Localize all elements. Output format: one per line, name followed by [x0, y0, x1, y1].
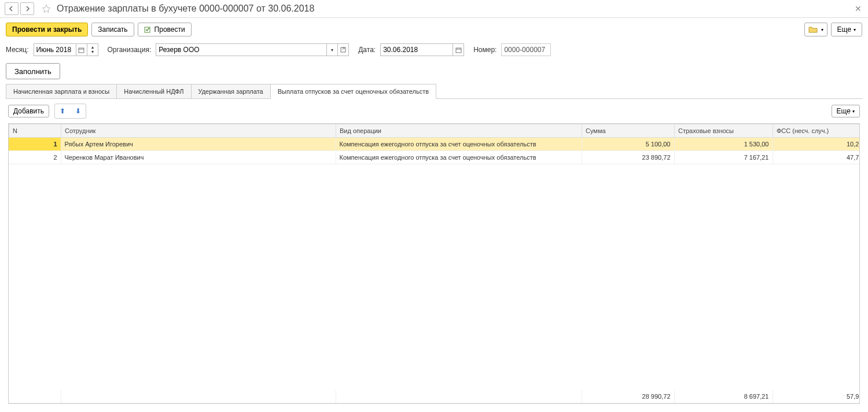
post-button[interactable]: Провести — [138, 23, 192, 36]
move-down-button[interactable]: ⬇ — [71, 105, 85, 117]
fill-button[interactable]: Заполнить — [6, 63, 60, 79]
star-icon — [42, 4, 51, 13]
arrow-up-icon: ⬆ — [60, 107, 65, 115]
col-header-insurance[interactable]: Страховые взносы — [675, 124, 773, 138]
svg-rect-3 — [341, 47, 345, 52]
cell-operation: Компенсация ежегодного отпуска за счет о… — [336, 138, 582, 151]
cell-operation: Компенсация ежегодного отпуска за счет о… — [336, 151, 582, 164]
table-more-button[interactable]: Еще ▾ — [832, 105, 860, 117]
cell-employee: Рябых Артем Игоревич — [61, 138, 336, 151]
org-dropdown-button[interactable]: ▾ — [326, 43, 338, 56]
org-input[interactable] — [156, 43, 327, 56]
chevron-down-icon: ▾ — [852, 109, 855, 114]
col-header-employee[interactable]: Сотрудник — [61, 124, 336, 138]
table-row[interactable]: 2 Черенков Марат Иванович Компенсация еж… — [9, 151, 859, 164]
arrow-right-icon — [24, 6, 30, 12]
cell-sum: 23 890,72 — [582, 151, 674, 164]
back-button[interactable] — [5, 2, 19, 15]
col-header-operation[interactable]: Вид операции — [336, 124, 582, 138]
cell-employee: Черенков Марат Иванович — [61, 151, 336, 164]
month-spinner-button[interactable]: ▴▾ — [87, 43, 98, 56]
calendar-icon — [455, 47, 462, 53]
move-up-button[interactable]: ⬆ — [56, 105, 69, 117]
cell-insurance: 1 530,00 — [674, 138, 773, 151]
cell-fss: 10,20 — [773, 138, 859, 151]
svg-rect-1 — [79, 48, 84, 53]
cell-sum: 5 100,00 — [582, 138, 674, 151]
tab-withheld-salary[interactable]: Удержанная зарплата — [191, 84, 271, 99]
date-input[interactable] — [380, 43, 453, 56]
favorite-button[interactable] — [39, 2, 53, 15]
post-and-close-button[interactable]: Провести и закрыть — [6, 23, 88, 36]
total-sum: 28 990,72 — [582, 390, 674, 403]
arrow-left-icon — [9, 6, 14, 12]
month-label: Месяц: — [6, 46, 29, 54]
forward-button[interactable] — [20, 2, 34, 15]
cell-insurance: 7 167,21 — [674, 151, 773, 164]
num-input[interactable] — [501, 43, 551, 56]
calendar-icon — [78, 47, 84, 53]
date-label: Дата: — [358, 46, 376, 54]
num-label: Номер: — [473, 46, 496, 54]
caret-down-icon: ▾ — [91, 50, 94, 54]
svg-rect-4 — [456, 48, 461, 53]
tab-accrued-ndfl[interactable]: Начисленный НДФЛ — [116, 84, 191, 99]
table-more-label: Еще — [837, 107, 851, 115]
month-input[interactable] — [34, 43, 76, 56]
table-row[interactable]: 1 Рябых Артем Игоревич Компенсация ежего… — [9, 138, 859, 151]
folder-icon — [808, 25, 818, 34]
write-button[interactable]: Записать — [91, 23, 134, 36]
attachment-button[interactable]: ▾ — [804, 23, 827, 36]
total-insurance: 8 697,21 — [674, 390, 773, 403]
total-fss: 57,98 — [773, 390, 860, 403]
date-calendar-button[interactable] — [453, 43, 464, 56]
open-icon — [340, 47, 346, 53]
page-title: Отражение зарплаты в бухучете 0000-00000… — [57, 3, 853, 14]
col-header-n[interactable]: N — [9, 124, 61, 138]
close-icon: ✕ — [855, 4, 862, 13]
tab-accrued-salary[interactable]: Начисленная зарплата и взносы — [6, 84, 117, 99]
chevron-down-icon: ▾ — [854, 27, 856, 32]
post-button-label: Провести — [155, 25, 185, 34]
arrow-down-icon: ⬇ — [75, 107, 81, 115]
chevron-down-icon: ▾ — [821, 27, 823, 32]
chevron-down-icon: ▾ — [331, 47, 333, 53]
toolbar-more-label: Еще — [837, 25, 851, 34]
col-header-fss[interactable]: ФСС (несч. случ.) — [773, 124, 860, 138]
tab-vacation-payment[interactable]: Выплата отпусков за счет оценочных обяза… — [270, 84, 436, 99]
post-icon — [144, 25, 152, 34]
add-row-button[interactable]: Добавить — [8, 105, 49, 117]
close-button[interactable]: ✕ — [853, 3, 863, 14]
month-calendar-button[interactable] — [76, 43, 87, 56]
toolbar-more-button[interactable]: Еще ▾ — [831, 23, 862, 36]
org-label: Организация: — [108, 46, 152, 54]
org-open-button[interactable] — [337, 43, 349, 56]
cell-fss: 47,78 — [773, 151, 859, 164]
cell-n: 1 — [9, 138, 61, 151]
col-header-sum[interactable]: Сумма — [582, 124, 675, 138]
cell-n: 2 — [9, 151, 61, 164]
